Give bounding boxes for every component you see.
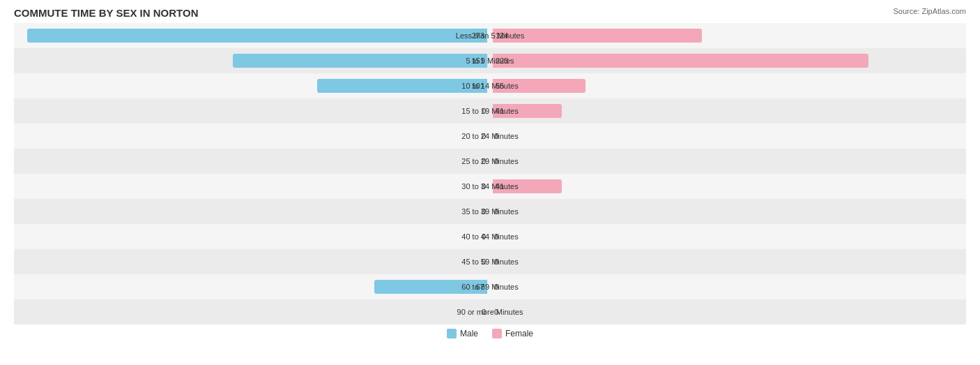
chart-row: 040 to 44 Minutes0 bbox=[14, 224, 966, 249]
bar-male-value-zero: 0 bbox=[482, 308, 486, 316]
bar-female: 124 bbox=[493, 29, 702, 43]
chart-row: 273Less than 5 Minutes124 bbox=[14, 23, 966, 48]
left-side: 0 bbox=[14, 249, 490, 274]
chart-row: 015 to 19 Minutes41 bbox=[14, 98, 966, 124]
left-side: 273 bbox=[14, 23, 490, 48]
bar-male-value: 101 bbox=[472, 82, 484, 90]
left-side: 0 bbox=[14, 224, 490, 249]
left-side: 151 bbox=[14, 48, 490, 73]
legend-male-label: Male bbox=[460, 329, 478, 338]
bar-female-value: 55 bbox=[496, 82, 504, 90]
legend-male: Male bbox=[447, 329, 478, 338]
bar-female: 41 bbox=[493, 104, 562, 118]
bar-male-value-zero: 0 bbox=[482, 182, 486, 191]
left-side: 0 bbox=[14, 149, 490, 174]
chart-row: 6760 to 89 Minutes0 bbox=[14, 274, 966, 299]
bar-female: 55 bbox=[493, 79, 585, 93]
bar-male-value-zero: 0 bbox=[482, 232, 486, 241]
bar-male: 67 bbox=[374, 280, 487, 294]
bar-female-value: 41 bbox=[496, 107, 504, 115]
legend-female-label: Female bbox=[505, 329, 533, 338]
bar-female-value-zero: 0 bbox=[494, 207, 498, 216]
bar-female-value-zero: 0 bbox=[494, 132, 498, 140]
legend: Male Female bbox=[14, 329, 966, 338]
left-side: 0 bbox=[14, 124, 490, 149]
bar-female-value-zero: 0 bbox=[494, 283, 498, 291]
bar-male-value: 151 bbox=[472, 57, 484, 65]
chart-container: COMMUTE TIME BY SEX IN NORTON Source: Zi… bbox=[0, 0, 980, 365]
left-side: 0 bbox=[14, 98, 490, 124]
legend-male-box bbox=[447, 329, 457, 338]
right-side: 223 bbox=[490, 48, 966, 73]
chart-title: COMMUTE TIME BY SEX IN NORTON bbox=[14, 7, 966, 19]
bar-male-value: 273 bbox=[472, 31, 484, 40]
bar-male-value-zero: 0 bbox=[482, 157, 486, 165]
bar-female-value-zero: 0 bbox=[494, 157, 498, 165]
chart-row: 025 to 29 Minutes0 bbox=[14, 149, 966, 174]
right-side: 41 bbox=[490, 174, 966, 199]
legend-female-box bbox=[492, 329, 502, 338]
right-side: 0 bbox=[490, 199, 966, 224]
bar-female-value: 41 bbox=[496, 182, 504, 191]
right-side: 55 bbox=[490, 73, 966, 98]
bar-female-value-zero: 0 bbox=[494, 308, 498, 316]
chart-row: 045 to 59 Minutes0 bbox=[14, 249, 966, 274]
bar-male-value-zero: 0 bbox=[482, 207, 486, 216]
bar-male: 151 bbox=[233, 54, 487, 68]
bar-female-value: 124 bbox=[496, 31, 508, 40]
left-side: 0 bbox=[14, 174, 490, 199]
source-text: Source: ZipAtlas.com bbox=[893, 7, 966, 15]
chart-row: 020 to 24 Minutes0 bbox=[14, 124, 966, 149]
right-side: 41 bbox=[490, 98, 966, 124]
bar-male: 273 bbox=[27, 29, 487, 43]
left-side: 67 bbox=[14, 274, 490, 299]
right-side: 0 bbox=[490, 249, 966, 274]
bar-male-value: 67 bbox=[476, 283, 484, 291]
legend-female: Female bbox=[492, 329, 533, 338]
bar-male-value-zero: 0 bbox=[482, 107, 486, 115]
bar-female: 41 bbox=[493, 179, 562, 193]
chart-row: 1515 to 9 Minutes223 bbox=[14, 48, 966, 73]
right-side: 0 bbox=[490, 274, 966, 299]
left-side: 0 bbox=[14, 199, 490, 224]
bars-area: 273Less than 5 Minutes1241515 to 9 Minut… bbox=[14, 23, 966, 309]
bar-female-value: 223 bbox=[496, 57, 508, 65]
chart-row: 10110 to 14 Minutes55 bbox=[14, 73, 966, 98]
bar-female: 223 bbox=[493, 54, 868, 68]
right-side: 0 bbox=[490, 124, 966, 149]
right-side: 0 bbox=[490, 299, 966, 325]
bar-female-value-zero: 0 bbox=[494, 258, 498, 266]
chart-row: 035 to 39 Minutes0 bbox=[14, 199, 966, 224]
right-side: 0 bbox=[490, 224, 966, 249]
right-side: 124 bbox=[490, 23, 966, 48]
bar-male-value-zero: 0 bbox=[482, 132, 486, 140]
left-side: 101 bbox=[14, 73, 490, 98]
bar-female-value-zero: 0 bbox=[494, 232, 498, 241]
chart-row: 090 or more Minutes0 bbox=[14, 299, 966, 325]
right-side: 0 bbox=[490, 149, 966, 174]
bar-male: 101 bbox=[317, 79, 487, 93]
chart-row: 030 to 34 Minutes41 bbox=[14, 174, 966, 199]
bar-male-value-zero: 0 bbox=[482, 258, 486, 266]
left-side: 0 bbox=[14, 299, 490, 325]
